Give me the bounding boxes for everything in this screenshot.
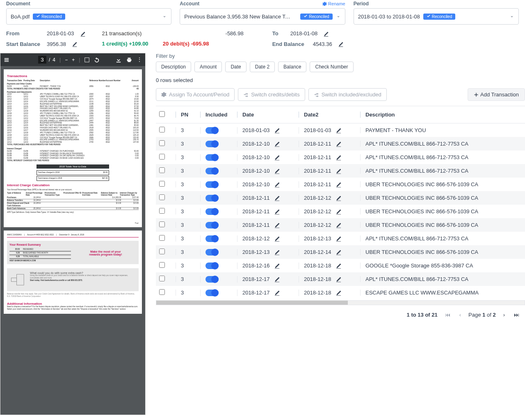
edit-icon[interactable] xyxy=(72,41,78,48)
edit-icon[interactable] xyxy=(274,222,280,228)
filter-pill-check-number[interactable]: Check Number xyxy=(310,62,353,72)
pdf-page-input[interactable] xyxy=(38,56,46,64)
download-icon[interactable] xyxy=(116,57,121,63)
pager-first-icon[interactable]: ⏮ xyxy=(443,311,452,319)
edit-icon[interactable] xyxy=(336,127,342,134)
edit-icon[interactable] xyxy=(336,276,342,283)
row-checkbox[interactable] xyxy=(159,208,165,214)
included-toggle[interactable] xyxy=(205,249,219,256)
edit-icon[interactable] xyxy=(274,127,280,134)
horizontal-scrollbar[interactable] xyxy=(156,300,525,305)
to-value: 2018-01-08 xyxy=(290,30,318,37)
edit-icon[interactable] xyxy=(274,168,280,174)
row-checkbox[interactable] xyxy=(159,262,165,268)
document-label: Document xyxy=(6,1,171,7)
filter-pill-date[interactable]: Date xyxy=(225,62,246,72)
cell-date: 2018-12-16 xyxy=(242,262,270,269)
included-toggle[interactable] xyxy=(205,222,219,228)
edit-icon[interactable] xyxy=(323,30,329,37)
edit-icon[interactable] xyxy=(274,249,280,256)
pager-last-icon[interactable]: ⏭ xyxy=(512,311,521,319)
cell-date2: 2018-12-12 xyxy=(304,195,331,201)
row-checkbox[interactable] xyxy=(159,127,165,132)
th-included[interactable]: Included xyxy=(200,112,237,118)
th-date[interactable]: Date xyxy=(237,112,299,118)
edit-icon[interactable] xyxy=(274,195,280,201)
edit-icon[interactable] xyxy=(274,235,280,242)
switch-included-excluded-button[interactable]: Switch included/excluded xyxy=(308,88,387,101)
edit-icon[interactable] xyxy=(336,262,342,269)
edit-icon[interactable] xyxy=(336,222,342,228)
th-pn[interactable]: PN xyxy=(176,112,200,118)
included-toggle[interactable] xyxy=(205,168,219,174)
rotate-icon[interactable] xyxy=(94,57,100,63)
included-toggle[interactable] xyxy=(205,290,219,296)
assign-button[interactable]: Assign To Account/Period xyxy=(156,88,235,101)
hamburger-icon[interactable] xyxy=(4,57,9,63)
row-checkbox[interactable] xyxy=(159,167,165,173)
rename-button[interactable]: Rename xyxy=(322,1,345,6)
included-toggle[interactable] xyxy=(205,208,219,215)
pdf-viewer: / 4 | − + | ⋮ Transactions Transaction D… xyxy=(0,53,146,415)
row-checkbox[interactable] xyxy=(159,276,165,281)
edit-icon[interactable] xyxy=(336,195,342,201)
row-checkbox[interactable] xyxy=(159,235,165,241)
print-icon[interactable] xyxy=(126,57,132,63)
filter-pill-amount[interactable]: Amount xyxy=(194,62,222,72)
edit-icon[interactable] xyxy=(336,141,342,147)
pdf-body[interactable]: Transactions Transaction DatePosting Dat… xyxy=(0,66,145,415)
account-select[interactable]: Previous Balance 3,956.38 New Balance To… xyxy=(180,8,345,25)
period-select[interactable]: 2018-01-03 to 2018-01-08 Reconciled xyxy=(354,8,519,25)
edit-icon[interactable] xyxy=(338,41,344,48)
cell-date: 2018-12-10 xyxy=(242,154,270,160)
edit-icon[interactable] xyxy=(336,249,342,256)
cell-date2: 2018-12-13 xyxy=(304,235,331,242)
edit-icon[interactable] xyxy=(80,30,86,37)
row-checkbox[interactable] xyxy=(159,140,165,146)
included-toggle[interactable] xyxy=(205,154,219,161)
edit-icon[interactable] xyxy=(274,154,280,161)
table-header: PN Included Date Date2 Description xyxy=(156,106,525,123)
included-toggle[interactable] xyxy=(205,235,219,242)
zoom-out-icon[interactable]: − xyxy=(65,57,68,63)
add-transaction-button[interactable]: Add Transaction xyxy=(468,88,525,101)
edit-icon[interactable] xyxy=(274,181,280,188)
row-checkbox[interactable] xyxy=(159,154,165,160)
edit-icon[interactable] xyxy=(274,262,280,269)
edit-icon[interactable] xyxy=(274,290,280,296)
included-toggle[interactable] xyxy=(205,262,219,269)
row-checkbox[interactable] xyxy=(159,181,165,187)
select-all-checkbox[interactable] xyxy=(159,111,165,117)
filter-pill-date-2[interactable]: Date 2 xyxy=(250,62,275,72)
edit-icon[interactable] xyxy=(336,290,342,296)
th-description[interactable]: Description xyxy=(360,112,522,118)
edit-icon[interactable] xyxy=(336,154,342,161)
included-toggle[interactable] xyxy=(205,141,219,147)
switch-credits-debits-button[interactable]: Switch credits/debits xyxy=(238,88,305,101)
edit-icon[interactable] xyxy=(336,208,342,215)
included-toggle[interactable] xyxy=(205,276,219,283)
edit-icon[interactable] xyxy=(336,168,342,174)
pager-next-icon[interactable]: › xyxy=(502,311,507,319)
zoom-in-icon[interactable]: + xyxy=(72,57,75,63)
row-checkbox[interactable] xyxy=(159,194,165,200)
edit-icon[interactable] xyxy=(274,208,280,215)
edit-icon[interactable] xyxy=(336,235,342,242)
row-checkbox[interactable] xyxy=(159,289,165,295)
document-select[interactable]: BoA.pdf Reconciled xyxy=(6,8,171,25)
edit-icon[interactable] xyxy=(274,141,280,147)
row-checkbox[interactable] xyxy=(159,249,165,254)
pdf-heading: Transactions xyxy=(7,74,139,78)
edit-icon[interactable] xyxy=(336,181,342,188)
th-date2[interactable]: Date2 xyxy=(299,112,360,118)
row-checkbox[interactable] xyxy=(159,221,165,227)
pager-prev-icon[interactable]: ‹ xyxy=(458,311,463,319)
included-toggle[interactable] xyxy=(205,195,219,201)
filter-pill-description[interactable]: Description xyxy=(156,62,191,72)
more-icon[interactable]: ⋮ xyxy=(137,57,142,63)
included-toggle[interactable] xyxy=(205,127,219,134)
edit-icon[interactable] xyxy=(274,276,280,283)
included-toggle[interactable] xyxy=(205,181,219,188)
fit-icon[interactable] xyxy=(84,57,90,63)
filter-pill-balance[interactable]: Balance xyxy=(278,62,306,72)
